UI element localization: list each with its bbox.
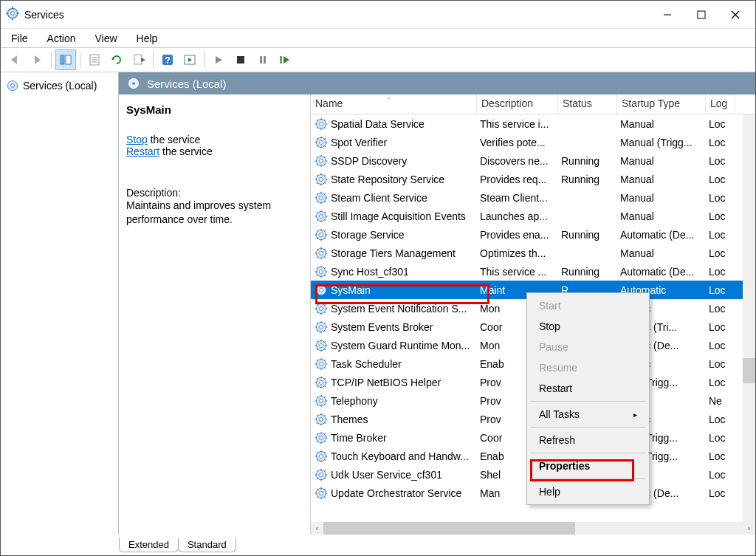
export-button[interactable] <box>128 49 149 70</box>
service-logon-cell: Loc <box>706 135 735 150</box>
svg-line-243 <box>317 496 318 498</box>
service-row[interactable]: Spatial Data ServiceThis service i...Man… <box>311 114 755 133</box>
description-text: Maintains and improves system performanc… <box>126 199 303 227</box>
svg-line-44 <box>324 120 326 121</box>
svg-line-71 <box>317 175 318 176</box>
svg-line-103 <box>317 238 318 239</box>
svg-line-124 <box>324 267 326 269</box>
vertical-scrollbar[interactable] <box>743 114 755 522</box>
tree-root-services-local[interactable]: Services (Local) <box>4 77 115 95</box>
show-hide-action-pane-button[interactable] <box>179 49 200 70</box>
hscroll-right-button[interactable]: › <box>743 522 755 535</box>
help-button[interactable]: ? <box>157 49 178 70</box>
ctx-pause: Pause <box>529 337 647 357</box>
refresh-button[interactable] <box>106 49 127 70</box>
svg-point-156 <box>320 343 323 347</box>
svg-line-224 <box>324 452 326 453</box>
svg-marker-30 <box>284 56 289 64</box>
maximize-button[interactable] <box>684 4 718 26</box>
service-row[interactable]: Storage ServiceProvides ena...RunningAut… <box>311 225 755 244</box>
back-button[interactable] <box>4 49 25 70</box>
svg-point-76 <box>320 196 323 199</box>
service-row[interactable]: Sync Host_cf301This service ...RunningAu… <box>311 262 755 281</box>
svg-line-234 <box>324 470 326 472</box>
svg-rect-27 <box>260 56 262 64</box>
service-row[interactable]: Storage Tiers ManagementOptimizes th...M… <box>311 244 755 262</box>
svg-line-53 <box>317 145 318 147</box>
svg-rect-26 <box>237 56 244 64</box>
svg-line-192 <box>324 404 326 405</box>
svg-rect-13 <box>66 55 71 64</box>
svg-line-201 <box>317 415 318 416</box>
service-desc-cell: Verifies pote... <box>477 135 558 150</box>
column-log-on-as[interactable]: Log <box>706 95 735 114</box>
ctx-all-tasks[interactable]: All Tasks▸ <box>529 404 647 425</box>
service-name-cell: Steam Client Service <box>311 189 477 207</box>
service-row[interactable]: Spot VerifierVerifies pote...Manual (Tri… <box>311 133 755 151</box>
menu-action[interactable]: Action <box>43 31 80 46</box>
service-status-cell <box>558 196 617 199</box>
svg-line-131 <box>317 286 318 287</box>
forward-button[interactable] <box>27 49 47 70</box>
tab-extended[interactable]: Extended <box>119 538 179 552</box>
svg-line-102 <box>324 238 326 239</box>
restart-service-line: Restart the service <box>126 145 303 157</box>
pause-service-button[interactable] <box>252 49 273 70</box>
service-name-text: Still Image Acquisition Events <box>331 210 466 222</box>
horizontal-scroll-thumb[interactable] <box>323 522 575 535</box>
show-hide-tree-button[interactable] <box>55 49 76 70</box>
tab-standard[interactable]: Standard <box>178 538 236 552</box>
column-status[interactable]: Status <box>558 95 617 114</box>
svg-point-56 <box>320 159 323 162</box>
stop-link[interactable]: Stop <box>126 134 148 145</box>
menu-help[interactable]: Help <box>132 31 162 46</box>
column-startup-type[interactable]: Startup Type <box>617 95 706 114</box>
hscroll-left-button[interactable]: ‹ <box>311 522 323 535</box>
svg-line-241 <box>317 489 318 490</box>
service-desc-cell: Optimizes th... <box>477 246 558 261</box>
ctx-properties[interactable]: Properties <box>529 456 647 476</box>
svg-line-171 <box>317 360 318 361</box>
svg-line-132 <box>324 293 326 295</box>
service-name-cell: System Event Notification S... <box>311 300 477 318</box>
service-name-text: Spatial Data Service <box>331 118 425 130</box>
svg-line-74 <box>324 175 326 176</box>
service-logon-cell: Loc <box>706 172 735 187</box>
ctx-restart[interactable]: Restart <box>529 378 647 399</box>
service-status-cell: Running <box>558 154 617 168</box>
ctx-help[interactable]: Help <box>529 481 647 502</box>
vertical-scroll-thumb[interactable] <box>743 358 755 383</box>
svg-line-181 <box>317 378 318 380</box>
service-logon-cell: Loc <box>706 191 735 205</box>
service-name-text: SSDP Discovery <box>331 155 407 167</box>
restart-service-button[interactable] <box>275 49 295 70</box>
column-name[interactable]: Nameˆ <box>311 95 477 114</box>
menu-file[interactable]: File <box>7 31 32 46</box>
svg-point-66 <box>320 177 323 181</box>
horizontal-scrollbar[interactable]: ‹ › <box>311 522 755 535</box>
restart-link[interactable]: Restart <box>126 145 159 157</box>
svg-line-154 <box>324 323 326 324</box>
start-service-button[interactable] <box>208 49 229 70</box>
svg-line-51 <box>317 138 318 140</box>
svg-point-96 <box>320 233 323 236</box>
menu-view[interactable]: View <box>90 31 121 46</box>
service-name-cell: Telephony <box>311 392 477 410</box>
ctx-stop[interactable]: Stop <box>529 316 647 337</box>
service-row[interactable]: State Repository ServiceProvides req...R… <box>311 170 755 188</box>
service-row[interactable]: Steam Client ServiceSteam Client...Manua… <box>311 188 755 207</box>
ctx-refresh[interactable]: Refresh <box>529 430 647 450</box>
stop-service-button[interactable] <box>230 49 251 70</box>
svg-rect-28 <box>264 56 266 64</box>
service-startup-cell: Manual <box>617 246 706 261</box>
close-button[interactable] <box>718 4 752 26</box>
service-row[interactable]: Still Image Acquisition EventsLaunches a… <box>311 207 755 225</box>
minimize-button[interactable] <box>650 4 684 26</box>
properties-button[interactable] <box>84 49 105 70</box>
column-description[interactable]: Description <box>477 95 558 114</box>
service-name-text: Update Orchestrator Service <box>331 487 461 499</box>
service-name-cell: Storage Tiers Management <box>311 244 477 262</box>
svg-line-223 <box>317 459 318 461</box>
service-name-cell: TCP/IP NetBIOS Helper <box>311 374 477 391</box>
service-row[interactable]: SSDP DiscoveryDiscovers ne...RunningManu… <box>311 151 755 170</box>
